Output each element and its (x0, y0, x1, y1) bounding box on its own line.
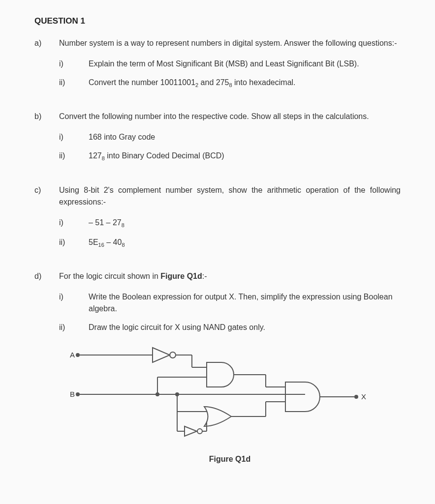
subscript: 8 (122, 222, 124, 228)
subscript: 16 (98, 242, 104, 248)
part-b-label: b) (34, 111, 59, 170)
sub-label: ii) (59, 150, 89, 163)
question-title: QUESTION 1 (34, 15, 401, 28)
input-b-label: B (70, 390, 75, 398)
part-d: d) For the logic circuit shown in Figure… (34, 270, 401, 458)
sub-label: i) (59, 58, 89, 70)
logic-circuit-figure: A B X Figure Q1d (59, 340, 401, 458)
text-frag: into hexadecimal. (232, 78, 296, 87)
part-c-ii: ii) 5E16 – 408 (59, 237, 401, 249)
part-b-intro: Convert the following number into the re… (59, 111, 401, 122)
text-frag: – 51 – 27 (89, 218, 122, 227)
part-a-intro: Number system is a way to represent numb… (59, 37, 401, 49)
part-d-i: i) Write the Boolean expression for outp… (59, 291, 401, 315)
part-b: b) Convert the following number into the… (34, 111, 401, 170)
text-frag: For the logic circuit shown in (59, 272, 160, 280)
part-a-ii: ii) Convert the number 100110012 and 275… (59, 77, 401, 89)
svg-point-6 (76, 393, 79, 396)
sub-text: Convert the number 100110012 and 2758 in… (89, 77, 401, 89)
text-frag: – 40 (104, 238, 122, 246)
sub-label: i) (59, 291, 89, 315)
circuit-svg: A B X (59, 340, 374, 448)
sub-text: 5E16 – 408 (89, 237, 401, 249)
text-frag: Convert the number 10011001 (89, 78, 195, 87)
part-a: a) Number system is a way to represent n… (34, 37, 401, 96)
part-b-ii: ii) 1278 into Binary Coded Decimal (BCD) (59, 150, 401, 163)
figure-caption: Figure Q1d (59, 453, 401, 465)
input-a-label: A (70, 351, 75, 359)
part-c: c) Using 8-bit 2's complement number sys… (34, 184, 401, 256)
sub-text: Write the Boolean expression for output … (89, 291, 401, 315)
sub-text: Draw the logic circuit for X using NAND … (89, 322, 401, 333)
sub-text: 1278 into Binary Coded Decimal (BCD) (89, 150, 401, 163)
text-frag: into Binary Coded Decimal (BCD) (105, 151, 224, 160)
text-frag: and 275 (198, 78, 229, 87)
part-b-i: i) 168 into Gray code (59, 131, 401, 143)
sub-label: ii) (59, 237, 89, 249)
sub-label: i) (59, 217, 89, 230)
sub-text: Explain the term of Most Significant Bit… (89, 58, 401, 70)
sub-text: 168 into Gray code (89, 131, 401, 143)
part-d-intro: For the logic circuit shown in Figure Q1… (59, 270, 401, 282)
part-c-i: i) – 51 – 278 (59, 217, 401, 230)
sub-text: – 51 – 278 (89, 217, 401, 230)
part-c-label: c) (34, 184, 59, 256)
part-a-label: a) (34, 37, 59, 96)
part-a-i: i) Explain the term of Most Significant … (59, 58, 401, 70)
part-c-intro: Using 8-bit 2's complement number system… (59, 184, 401, 208)
text-frag: :- (202, 272, 207, 280)
text-frag: 5E (89, 238, 98, 246)
subscript: 8 (122, 242, 124, 248)
part-d-ii: ii) Draw the logic circuit for X using N… (59, 322, 401, 333)
svg-point-0 (76, 354, 79, 356)
sub-label: ii) (59, 322, 89, 333)
sub-label: ii) (59, 77, 89, 89)
part-d-label: d) (34, 270, 59, 458)
svg-point-27 (355, 395, 358, 398)
output-x-label: X (361, 392, 366, 401)
text-frag: 127 (89, 151, 102, 160)
figure-ref: Figure Q1d (160, 272, 202, 280)
sub-label: i) (59, 131, 89, 143)
